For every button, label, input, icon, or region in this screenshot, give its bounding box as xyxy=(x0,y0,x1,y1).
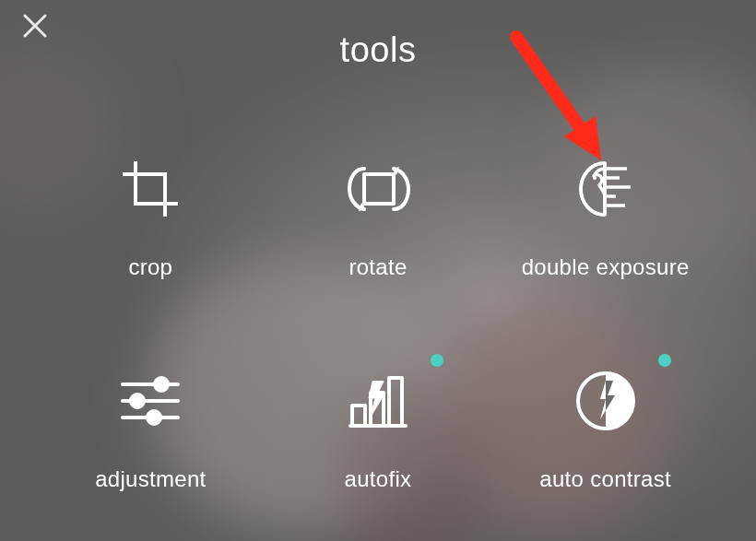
crop-icon xyxy=(109,147,192,230)
autofix-icon xyxy=(337,359,419,442)
tool-label: auto contrast xyxy=(539,466,671,492)
tool-adjustment[interactable]: adjustment xyxy=(37,341,265,541)
svg-point-15 xyxy=(148,411,160,424)
tool-rotate[interactable]: rotate xyxy=(265,129,492,341)
new-badge xyxy=(658,354,671,367)
tool-label: autofix xyxy=(345,466,412,492)
auto-contrast-icon xyxy=(564,359,647,442)
tool-label: crop xyxy=(128,254,172,280)
tool-double-exposure[interactable]: double exposure xyxy=(491,129,719,341)
tool-label: rotate xyxy=(348,254,407,280)
tools-grid: crop rotate xyxy=(37,129,719,541)
tool-label: adjustment xyxy=(95,466,206,492)
svg-rect-19 xyxy=(389,378,402,426)
tool-label: double exposure xyxy=(522,254,690,280)
svg-point-3 xyxy=(593,176,597,180)
new-badge xyxy=(431,354,443,367)
adjustment-icon xyxy=(109,359,192,442)
double-exposure-icon xyxy=(564,147,647,230)
svg-rect-17 xyxy=(352,406,365,426)
svg-rect-2 xyxy=(364,174,394,204)
rotate-icon xyxy=(337,147,419,230)
page-title: tools xyxy=(0,30,756,70)
tool-crop[interactable]: crop xyxy=(37,129,265,341)
svg-point-13 xyxy=(131,394,144,407)
tool-auto-contrast[interactable]: auto contrast xyxy=(491,341,719,541)
tool-autofix[interactable]: autofix xyxy=(265,341,492,541)
svg-point-11 xyxy=(155,378,168,391)
